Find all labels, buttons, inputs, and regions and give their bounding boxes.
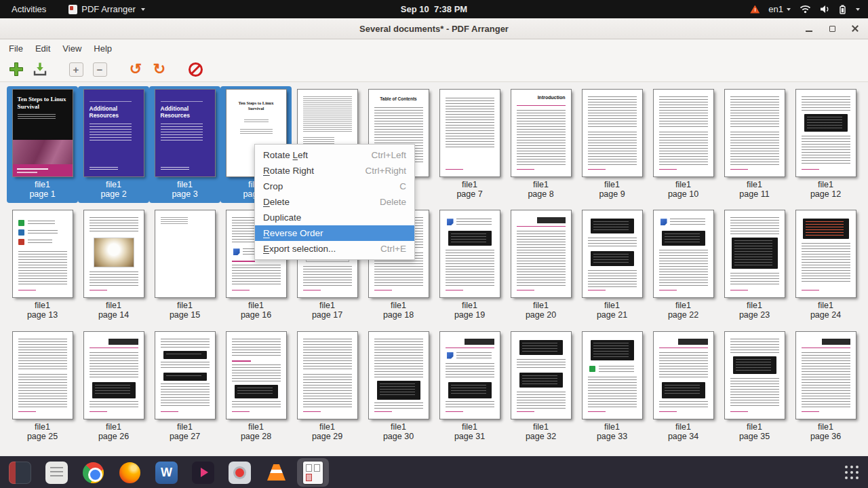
page-thumbnail[interactable] [511,210,571,297]
page-cell[interactable]: file1page 27 [149,329,220,445]
activities-button[interactable]: Activities [7,3,51,16]
menu-item-crop[interactable]: CropC [255,179,414,194]
page-thumbnail[interactable] [84,210,144,297]
page-cell[interactable]: file1page 14 [78,207,149,324]
show-applications-button[interactable] [845,466,859,479]
page-cell[interactable]: file1page 12 [790,86,861,203]
page-thumbnail[interactable] [13,210,73,297]
page-cell[interactable]: file1page 10 [648,86,719,203]
page-cell[interactable]: file1page 35 [719,329,790,445]
page-thumbnail[interactable] [511,332,571,419]
dock-item-firefox[interactable] [114,458,146,487]
page-thumbnail[interactable] [654,210,713,297]
page-thumbnail[interactable] [440,332,500,419]
page-thumbnail[interactable] [155,332,215,419]
page-cell[interactable]: file1page 36 [790,329,861,445]
page-thumbnail[interactable] [369,332,429,419]
volume-icon[interactable] [820,5,831,14]
menu-view[interactable]: View [56,41,87,55]
clock[interactable]: Sep 10 7:38 PM [401,4,467,14]
page-cell[interactable]: Additional Resourcesfile1page 3 [149,86,220,203]
page-thumbnail[interactable] [298,332,357,419]
wifi-icon[interactable] [800,5,811,14]
menu-item-rotate-right[interactable]: Rotate RightCtrl+Right [255,163,414,179]
minimize-button[interactable] [804,24,814,33]
add-pdf-button[interactable] [6,60,26,79]
page-thumbnail[interactable] [583,90,642,176]
page-thumbnail[interactable] [725,332,785,419]
page-cell[interactable]: Introductionfile1page 8 [505,86,576,203]
window-titlebar[interactable]: Several documents* - PDF Arranger [0,18,868,39]
dock-item-screen-recorder[interactable] [224,458,256,487]
dock-item-media-app[interactable] [187,458,219,487]
page-thumbnail[interactable]: Additional Resources [84,90,144,176]
warning-icon[interactable] [750,5,760,14]
dock-item-pdf-arranger[interactable] [297,458,329,487]
page-thumbnail[interactable] [155,210,215,297]
dock-item-w-app[interactable]: W [151,458,182,487]
dock-item-text-editor[interactable] [41,458,73,487]
page-cell[interactable]: file1page 7 [434,86,505,203]
app-menu-button[interactable]: PDF Arranger [68,4,144,14]
page-cell[interactable]: file1page 21 [576,207,648,324]
zoom-in-button[interactable] [66,60,86,79]
page-cell[interactable]: file1page 9 [576,86,648,203]
page-thumbnail[interactable] [13,332,73,419]
keyboard-layout-indicator[interactable]: en1 [768,4,791,14]
page-cell[interactable]: file1page 33 [576,329,648,445]
page-cell[interactable]: Ten Steps to Linux Survivalfile1page 1 [7,86,78,203]
page-thumbnail[interactable] [84,332,144,419]
page-thumbnail[interactable] [796,90,856,176]
maximize-button[interactable] [827,24,837,33]
page-thumbnail[interactable] [440,210,500,297]
page-thumbnail[interactable] [796,210,856,297]
page-cell[interactable]: file1page 28 [220,329,292,445]
page-thumbnail[interactable] [583,210,642,297]
page-cell[interactable]: file1page 30 [363,329,434,445]
page-thumbnail[interactable] [583,332,642,419]
page-cell[interactable]: file1page 32 [505,329,576,445]
dock-item-vlc[interactable] [260,458,292,487]
menu-item-export-selection[interactable]: Export selection...Ctrl+E [255,241,414,257]
page-cell[interactable]: file1page 31 [434,329,505,445]
page-cell[interactable]: file1page 11 [719,86,790,203]
page-cell[interactable]: file1page 24 [790,207,861,324]
rotate-right-button[interactable] [149,60,170,79]
menu-item-rotate-left[interactable]: Rotate LeftCtrl+Left [255,147,414,163]
close-button[interactable] [850,24,860,33]
rotate-left-button[interactable] [125,60,146,79]
page-cell[interactable]: Additional Resourcesfile1page 2 [78,86,149,203]
page-thumbnail[interactable]: Introduction [511,90,571,176]
page-cell[interactable]: file1page 20 [505,207,576,324]
page-cell[interactable]: file1page 22 [648,207,719,324]
page-thumbnail[interactable] [654,332,713,419]
menu-file[interactable]: File [3,41,29,55]
dock-item-chrome[interactable] [77,458,109,487]
page-thumbnail[interactable] [654,90,713,176]
chevron-down-icon[interactable] [856,8,860,11]
import-button[interactable] [30,60,50,79]
page-thumbnail[interactable]: Additional Resources [155,90,215,176]
page-cell[interactable]: file1page 19 [434,207,505,324]
zoom-out-button[interactable] [90,60,110,79]
page-cell[interactable]: file1page 29 [292,329,363,445]
menu-item-reverse-order[interactable]: Reverse Order [255,225,414,241]
menu-item-delete[interactable]: DeleteDelete [255,194,414,210]
page-thumbnail[interactable] [725,90,785,176]
page-cell[interactable]: file1page 13 [7,207,78,324]
dock-item-terminal[interactable] [4,458,36,487]
page-thumbnail[interactable]: Ten Steps to Linux Survival [13,90,73,176]
page-cell[interactable]: file1page 15 [149,207,220,324]
page-thumbnail[interactable] [796,332,856,419]
page-cell[interactable]: file1page 25 [7,329,78,445]
menu-help[interactable]: Help [87,41,118,55]
page-thumbnail[interactable] [226,332,286,419]
menu-edit[interactable]: Edit [29,41,56,55]
cancel-button[interactable] [185,60,205,79]
menu-item-duplicate[interactable]: Duplicate [255,210,414,225]
page-cell[interactable]: file1page 26 [78,329,149,445]
page-cell[interactable]: file1page 23 [719,207,790,324]
page-thumbnail[interactable] [440,90,500,176]
battery-icon[interactable] [840,5,846,14]
page-thumbnail[interactable] [725,210,785,297]
